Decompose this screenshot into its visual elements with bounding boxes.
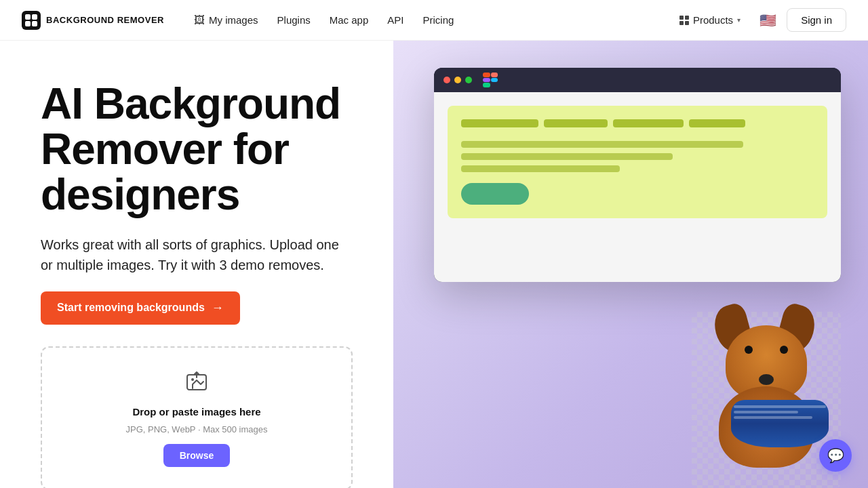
hero-image-area [393,41,868,488]
upload-subtitle: JPG, PNG, WebP · Max 500 images [125,424,267,434]
dog-sweater [731,400,829,447]
chat-icon: 💬 [827,447,844,464]
dog-body [719,386,814,468]
design-card [448,106,827,218]
chevron-down-icon: ▾ [737,16,741,24]
logo[interactable]: BACKGROUND REMOVER [22,11,164,30]
hero-title: AI Background Remover for designers [41,81,353,218]
design-canvas [434,92,841,282]
flag-icon: 🇺🇸 [760,12,776,28]
logo-text: BACKGROUND REMOVER [46,15,164,25]
browse-button[interactable]: Browse [163,444,231,467]
hero-subtitle: Works great with all sorts of graphics. … [41,235,353,275]
design-mockup [434,68,841,282]
window-controls [443,77,472,83]
grid-icon [679,16,689,25]
close-dot [443,77,450,83]
titlebar [434,68,841,92]
navbar: BACKGROUND REMOVER 🖼 My images Plugins M… [0,0,868,41]
chat-button[interactable]: 💬 [819,439,852,472]
nav-links: 🖼 My images Plugins Mac app API Pricing [186,10,671,30]
svg-rect-4 [32,21,37,26]
arrow-right-icon: → [212,301,224,315]
hero-section: AI Background Remover for designers Work… [0,41,393,488]
figma-icon [483,73,498,87]
main-content: AI Background Remover for designers Work… [0,41,868,488]
logo-icon [22,11,41,30]
nav-api[interactable]: API [379,10,412,30]
upload-icon [184,369,209,399]
nav-mac-app[interactable]: Mac app [321,10,377,30]
maximize-dot [465,77,472,83]
nav-right: Products ▾ 🇺🇸 Sign in [671,8,846,32]
svg-rect-3 [25,21,31,26]
upload-area[interactable]: Drop or paste images here JPG, PNG, WebP… [41,346,353,488]
signin-button[interactable]: Sign in [787,8,846,32]
language-selector[interactable]: 🇺🇸 [757,9,778,31]
image-icon: 🖼 [194,14,205,26]
svg-rect-0 [22,11,41,30]
cta-button[interactable]: Start removing backgrounds → [41,291,240,325]
svg-rect-1 [25,14,31,20]
nav-my-images[interactable]: 🖼 My images [186,10,267,30]
nav-pricing[interactable]: Pricing [415,10,462,30]
upload-title: Drop or paste images here [132,406,260,418]
products-button[interactable]: Products ▾ [671,10,749,30]
svg-point-6 [191,378,194,381]
minimize-dot [454,77,461,83]
svg-rect-2 [32,14,37,20]
nav-plugins[interactable]: Plugins [269,10,319,30]
